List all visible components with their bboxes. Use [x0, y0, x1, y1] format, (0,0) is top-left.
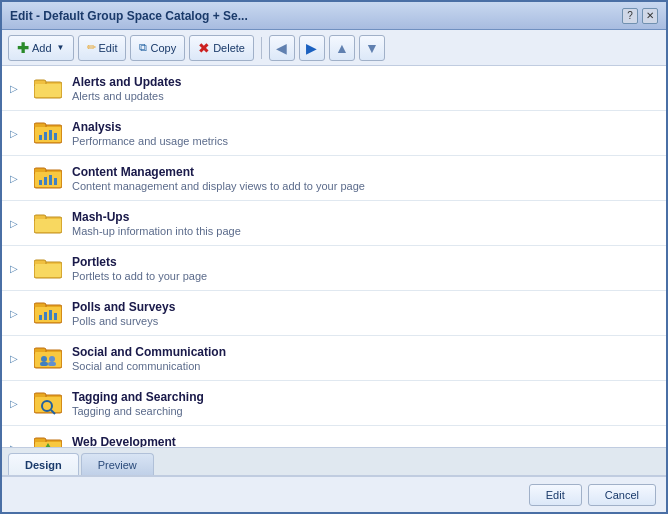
svg-rect-15 — [49, 175, 52, 185]
expand-arrow: ▷ — [10, 353, 24, 364]
edit-icon: ✏ — [87, 41, 96, 54]
delete-label: Delete — [213, 42, 245, 54]
svg-rect-26 — [39, 315, 42, 320]
item-subtitle: Tagging and searching — [72, 405, 658, 417]
item-subtitle: Performance and usage metrics — [72, 135, 658, 147]
svg-rect-16 — [54, 178, 57, 185]
svg-rect-39 — [35, 397, 61, 412]
nav-up-icon: ▲ — [335, 40, 349, 56]
title-bar: Edit - Default Group Space Catalog + Se.… — [2, 2, 666, 30]
svg-rect-8 — [49, 130, 52, 140]
expand-arrow: ▷ — [10, 128, 24, 139]
copy-icon: ⧉ — [139, 41, 147, 54]
item-title: Mash-Ups — [72, 210, 658, 224]
item-subtitle: Alerts and updates — [72, 90, 658, 102]
svg-rect-29 — [54, 313, 57, 320]
item-title: Polls and Surveys — [72, 300, 658, 314]
close-button[interactable]: ✕ — [642, 8, 658, 24]
expand-arrow: ▷ — [10, 263, 24, 274]
item-title: Social and Communication — [72, 345, 658, 359]
item-icon-alerts — [32, 72, 64, 104]
item-title: Alerts and Updates — [72, 75, 658, 89]
footer-edit-button[interactable]: Edit — [529, 484, 582, 506]
item-title: Tagging and Searching — [72, 390, 658, 404]
main-window: Edit - Default Group Space Catalog + Se.… — [0, 0, 668, 514]
list-item-alerts[interactable]: ▷ Alerts and Updates Alerts and updates — [2, 66, 666, 111]
item-text-content: Content Management Content management an… — [72, 165, 658, 192]
nav-up-button[interactable]: ▲ — [329, 35, 355, 61]
svg-rect-12 — [35, 172, 61, 187]
svg-point-33 — [41, 356, 47, 362]
footer-cancel-button[interactable]: Cancel — [588, 484, 656, 506]
expand-arrow: ▷ — [10, 83, 24, 94]
item-icon-webdev — [32, 432, 64, 448]
edit-label: Edit — [99, 42, 118, 54]
item-icon-content — [32, 162, 64, 194]
svg-rect-22 — [35, 264, 61, 277]
svg-rect-27 — [44, 312, 47, 320]
svg-rect-25 — [35, 307, 61, 322]
svg-point-35 — [49, 356, 55, 362]
add-button[interactable]: ✚ Add ▼ — [8, 35, 74, 61]
item-text-webdev: Web Development Web development — [72, 435, 658, 449]
item-title: Content Management — [72, 165, 658, 179]
catalog-list: ▷ Alerts and Updates Alerts and updates … — [2, 66, 666, 448]
list-item-social[interactable]: ▷ Social and Communication Social and co… — [2, 336, 666, 381]
nav-down-button[interactable]: ▼ — [359, 35, 385, 61]
list-item-content[interactable]: ▷ Content Management Content management … — [2, 156, 666, 201]
toolbar: ✚ Add ▼ ✏ Edit ⧉ Copy ✖ Delete ◀ ▶ ▲ — [2, 30, 666, 66]
tab-preview[interactable]: Preview — [81, 453, 154, 475]
add-dropdown-icon: ▼ — [57, 43, 65, 52]
delete-button[interactable]: ✖ Delete — [189, 35, 254, 61]
delete-icon: ✖ — [198, 40, 210, 56]
item-subtitle: Polls and surveys — [72, 315, 658, 327]
window-title: Edit - Default Group Space Catalog + Se.… — [10, 9, 248, 23]
add-label: Add — [32, 42, 52, 54]
copy-button[interactable]: ⧉ Copy — [130, 35, 185, 61]
list-item-analysis[interactable]: ▷ Analysis Performance and usage metrics — [2, 111, 666, 156]
list-item-portlets[interactable]: ▷ Portlets Portlets to add to your page — [2, 246, 666, 291]
add-icon: ✚ — [17, 40, 29, 56]
item-title: Web Development — [72, 435, 658, 449]
item-text-tagging: Tagging and Searching Tagging and search… — [72, 390, 658, 417]
list-item-tagging[interactable]: ▷ Tagging and Searching Tagging and sear… — [2, 381, 666, 426]
edit-button[interactable]: ✏ Edit — [78, 35, 127, 61]
nav-right-button[interactable]: ▶ — [299, 35, 325, 61]
svg-rect-13 — [39, 180, 42, 185]
tabs-area: DesignPreview — [2, 448, 666, 476]
expand-arrow: ▷ — [10, 218, 24, 229]
nav-left-button[interactable]: ◀ — [269, 35, 295, 61]
svg-rect-6 — [39, 135, 42, 140]
tab-design[interactable]: Design — [8, 453, 79, 475]
svg-rect-19 — [35, 219, 61, 232]
item-icon-social — [32, 342, 64, 374]
item-subtitle: Mash-up information into this page — [72, 225, 658, 237]
item-text-portlets: Portlets Portlets to add to your page — [72, 255, 658, 282]
list-item-polls[interactable]: ▷ Polls and Surveys Polls and surveys — [2, 291, 666, 336]
item-icon-portlets — [32, 252, 64, 284]
item-text-analysis: Analysis Performance and usage metrics — [72, 120, 658, 147]
svg-rect-28 — [49, 310, 52, 320]
nav-right-icon: ▶ — [306, 40, 317, 56]
item-icon-analysis — [32, 117, 64, 149]
list-item-webdev[interactable]: ▷ Web Development Web development — [2, 426, 666, 448]
nav-down-icon: ▼ — [365, 40, 379, 56]
item-subtitle: Portlets to add to your page — [72, 270, 658, 282]
svg-rect-5 — [35, 127, 61, 142]
item-icon-tagging — [32, 387, 64, 419]
title-buttons: ? ✕ — [622, 8, 658, 24]
item-subtitle: Content management and display views to … — [72, 180, 658, 192]
item-icon-polls — [32, 297, 64, 329]
item-text-alerts: Alerts and Updates Alerts and updates — [72, 75, 658, 102]
item-text-social: Social and Communication Social and comm… — [72, 345, 658, 372]
copy-label: Copy — [150, 42, 176, 54]
toolbar-separator — [261, 37, 262, 59]
expand-arrow: ▷ — [10, 173, 24, 184]
bottom-bar: Edit Cancel — [2, 476, 666, 512]
item-text-polls: Polls and Surveys Polls and surveys — [72, 300, 658, 327]
list-item-mashups[interactable]: ▷ Mash-Ups Mash-up information into this… — [2, 201, 666, 246]
svg-rect-7 — [44, 132, 47, 140]
expand-arrow: ▷ — [10, 398, 24, 409]
svg-rect-14 — [44, 177, 47, 185]
help-button[interactable]: ? — [622, 8, 638, 24]
